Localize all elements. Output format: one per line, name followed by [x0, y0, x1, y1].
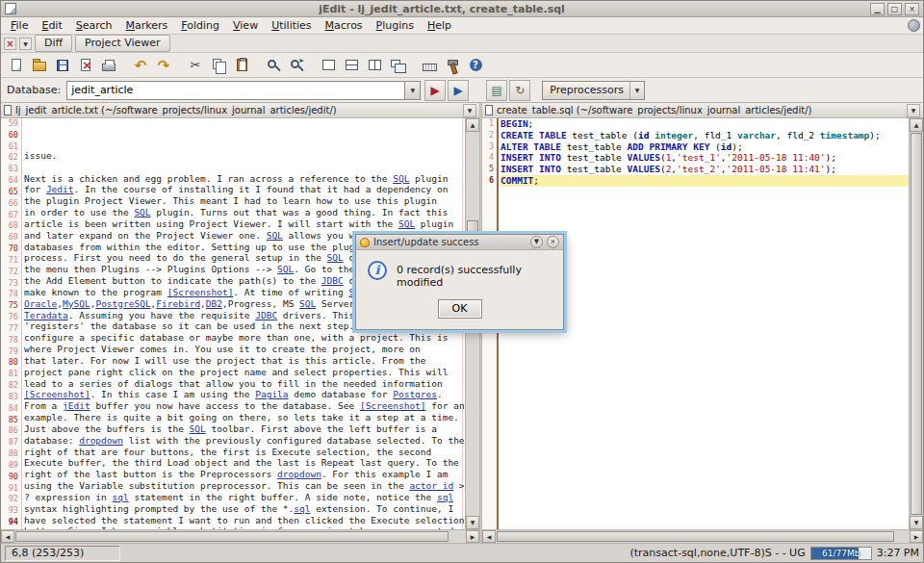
text-line[interactable]: Execute buffer, the third Load object an… [24, 457, 465, 469]
text-line[interactable]: Just above the buffers is the SQL toolba… [24, 423, 465, 435]
print-button[interactable] [97, 55, 120, 76]
text-line[interactable]: in order to use the SQL plugin. Turns ou… [24, 207, 465, 218]
line-number[interactable]: 5 [482, 164, 494, 175]
text-line[interactable]: BEGIN; [500, 118, 909, 130]
copy-button[interactable] [207, 55, 230, 76]
text-line[interactable]: article is been written using Project Vi… [24, 218, 465, 230]
titlebar[interactable]: jEdit - lj_jedit_article.txt, create_tab… [1, 1, 923, 17]
line-number[interactable]: 2 [482, 130, 494, 141]
paste-button[interactable] [230, 55, 253, 76]
line-number[interactable]: 75 [1, 300, 18, 312]
line-number[interactable]: 80 [1, 357, 18, 369]
undo-button[interactable]: ↶ [129, 55, 152, 76]
line-number[interactable]: 87 [1, 437, 18, 448]
text-line[interactable]: [Screenshot]. In this case I am using th… [24, 389, 465, 400]
dock-tab-diff[interactable]: Diff [35, 35, 72, 52]
execute-selection-button[interactable]: ▶ [424, 80, 446, 101]
dock-close-icon[interactable]: × [4, 38, 16, 50]
line-number[interactable]: 4 [482, 152, 494, 164]
line-number[interactable]: 81 [1, 369, 18, 380]
text-line[interactable]: issue. [24, 150, 465, 162]
line-number[interactable]: 94 [1, 517, 18, 528]
unsplit-button[interactable] [317, 55, 340, 76]
line-number[interactable]: 78 [1, 335, 18, 346]
line-number[interactable]: 85 [1, 415, 18, 426]
menu-file[interactable]: File [4, 18, 35, 33]
line-number[interactable]: 83 [1, 392, 18, 403]
right-buffer-header[interactable]: create_table.sql (~/software_projects/li… [482, 103, 923, 118]
scroll-up-icon[interactable]: ▲ [466, 118, 479, 132]
text-line[interactable]: INSERT INTO test_table VALUES(1,'test_1'… [500, 152, 909, 164]
execute-buffer-button[interactable]: ▶ [448, 80, 469, 101]
cut-button[interactable]: ✂ [184, 55, 207, 76]
left-hscroll-track[interactable] [14, 530, 466, 543]
left-buffer-switcher-icon[interactable]: ▼ [463, 104, 476, 117]
text-line[interactable]: From a jEdit buffer you now have access … [24, 400, 465, 412]
help-button[interactable] [464, 55, 487, 76]
left-horizontal-scrollbar[interactable]: ◀ ▶ [1, 529, 479, 543]
redo-button[interactable]: ↷ [152, 55, 175, 76]
menu-search[interactable]: Search [69, 18, 119, 33]
database-input[interactable] [67, 82, 404, 99]
line-number[interactable]: 60 [1, 130, 18, 141]
right-hscroll-track[interactable] [496, 530, 910, 543]
right-vscroll-thumb[interactable] [911, 133, 922, 515]
text-line[interactable]: button. Since I have variable substituti… [24, 525, 465, 529]
line-number[interactable]: 1 [482, 118, 494, 130]
dialog-shade-icon[interactable]: ▼ [530, 236, 543, 248]
menu-edit[interactable]: Edit [35, 18, 68, 33]
dialog-close-icon[interactable]: × [547, 236, 559, 248]
text-line[interactable]: COMMIT; [500, 175, 909, 187]
dock-tab-project-viewer[interactable]: Project Viewer [75, 35, 170, 52]
line-number[interactable]: 59 [1, 118, 18, 130]
text-line[interactable]: for Jedit. In the course of installing i… [24, 184, 465, 195]
save-file-button[interactable] [51, 55, 74, 76]
menu-folding[interactable]: Folding [174, 18, 226, 33]
left-hscroll-thumb[interactable] [15, 531, 449, 542]
line-number[interactable]: 65 [1, 187, 18, 198]
line-number[interactable]: 61 [1, 141, 18, 153]
line-number[interactable]: 79 [1, 346, 18, 358]
split-horizontal-button[interactable] [340, 55, 363, 76]
text-line[interactable]: example. There is quite a bit going on t… [24, 412, 465, 423]
menu-help[interactable]: Help [421, 18, 458, 33]
line-number[interactable]: 64 [1, 175, 18, 187]
text-line[interactable]: using the Variable substitution preproce… [24, 480, 465, 492]
line-number[interactable]: 90 [1, 472, 18, 483]
text-line[interactable]: ? expression in sql statement in the rig… [24, 492, 465, 503]
preprocessors-dropdown[interactable]: Preprocessors ▼ [542, 81, 645, 100]
line-number[interactable]: 67 [1, 210, 18, 221]
text-line[interactable]: Next is a chicken and egg problem. I ran… [24, 173, 465, 185]
repeat-last-query-button[interactable]: ↻ [509, 80, 530, 101]
right-hscroll-thumb[interactable] [497, 531, 894, 542]
open-file-button[interactable] [28, 55, 51, 76]
line-number[interactable]: 72 [1, 267, 18, 278]
line-number[interactable]: 82 [1, 380, 18, 392]
line-number[interactable]: 66 [1, 198, 18, 210]
menu-plugins[interactable]: Plugins [370, 18, 421, 33]
line-number[interactable]: 74 [1, 289, 18, 300]
right-buffer-switcher-icon[interactable]: ▼ [907, 104, 920, 117]
maximize-button[interactable]: □ [887, 3, 902, 15]
caret-position[interactable]: 6,8 (253/253) [5, 546, 120, 561]
line-number[interactable]: 89 [1, 460, 18, 472]
line-number[interactable]: 77 [1, 323, 18, 335]
text-line[interactable]: CREATE TABLE test_table (id integer, fld… [500, 130, 909, 141]
menu-markers[interactable]: Markers [119, 18, 175, 33]
scroll-left-icon[interactable]: ◀ [482, 530, 496, 543]
line-number[interactable]: 70 [1, 243, 18, 255]
text-line[interactable]: have selected the statement I want to ru… [24, 515, 465, 526]
text-line[interactable]: database: dropdown list with the previou… [24, 435, 465, 447]
text-line[interactable]: right of the last button is the Preproce… [24, 469, 465, 480]
right-vertical-scrollbar[interactable]: ▲ ▼ [909, 118, 923, 529]
text-line[interactable]: syntax highlighting prompted by the use … [24, 503, 465, 515]
load-object-button[interactable]: ▤ [486, 80, 507, 101]
new-view-button[interactable] [386, 55, 409, 76]
line-number[interactable]: 88 [1, 448, 18, 460]
keyboard-macro-button[interactable] [418, 55, 441, 76]
line-number[interactable]: 69 [1, 232, 18, 243]
menu-utilities[interactable]: Utilities [265, 18, 318, 33]
scroll-down-icon[interactable]: ▼ [910, 516, 923, 529]
line-number[interactable]: 86 [1, 425, 18, 437]
find-next-button[interactable] [285, 55, 308, 76]
